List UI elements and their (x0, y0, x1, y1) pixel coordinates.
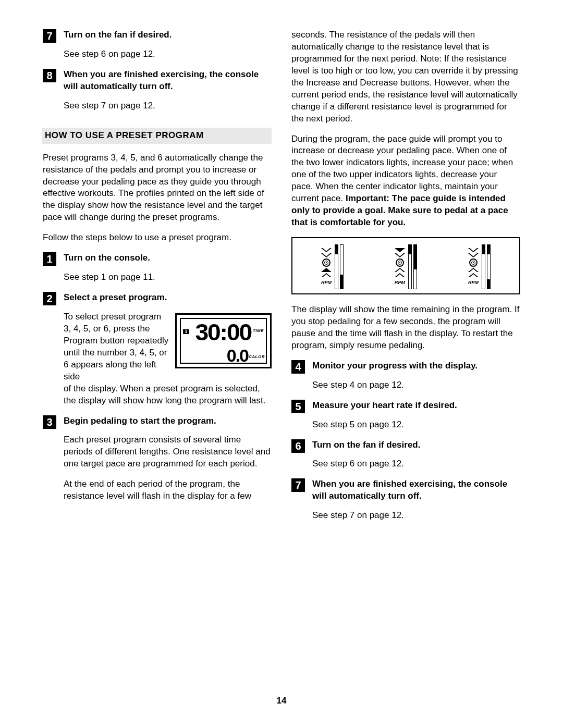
step-7-right: 7 When you are finished exercising, the … (291, 478, 520, 522)
lcd-calor-label: CALOR (249, 354, 265, 360)
up-arrow-icon (321, 273, 332, 277)
step-6: 6 Turn on the fan if desired. See step 6… (291, 439, 520, 471)
page-number: 14 (0, 695, 563, 707)
step-4-title: Monitor your progress with the display. (312, 360, 520, 372)
step-number-1: 1 (43, 252, 56, 266)
step-8-body: See step 7 on page 12. (64, 100, 272, 112)
step-2-body-2: of the display. When a preset program is… (64, 383, 272, 407)
pace-state-2: RPM (395, 244, 417, 289)
lcd-program-number: 3 (183, 329, 189, 334)
up-arrow-icon (468, 273, 479, 277)
step-8: 8 When you are finished exercising, the … (43, 69, 272, 112)
step-5-body: See step 5 on page 12. (312, 419, 520, 431)
rpm-label: RPM (321, 279, 332, 286)
two-column-layout: 7 Turn on the fan if desired. See step 6… (43, 29, 520, 530)
step-3: 3 Begin pedaling to start the program. E… (43, 415, 272, 503)
step-number-2: 2 (43, 292, 56, 305)
lcd-time-value: 30:00 (195, 317, 252, 348)
center-indicator-icon (396, 258, 404, 267)
bar-indicator (482, 244, 491, 289)
manual-page: 7 Turn on the fan if desired. See step 6… (0, 0, 563, 728)
up-arrow-icon (321, 268, 332, 272)
down-arrow-icon (321, 248, 332, 252)
down-arrow-icon (321, 253, 332, 257)
pace-state-3: RPM (468, 244, 491, 289)
intro-paragraph-1: Preset programs 3, 4, 5, and 6 automatic… (43, 152, 272, 224)
step-2-title: Select a preset program. (64, 292, 272, 304)
step-number-7: 7 (291, 478, 305, 492)
up-arrow-icon (468, 268, 479, 272)
center-indicator-icon (469, 258, 478, 267)
continuation-paragraph-1: seconds. The resistance of the pedals wi… (291, 29, 520, 125)
step-number-7: 7 (43, 29, 56, 43)
step-2: 2 Select a preset program. 3 30:00 TIME (43, 292, 272, 406)
step-5: 5 Measure your heart rate if desired. Se… (291, 400, 520, 431)
step-7-title: When you are finished exercising, the co… (312, 478, 520, 502)
step-1-body: See step 1 on page 11. (64, 272, 272, 283)
continuation-paragraph-3: The display will show the time remaining… (291, 304, 520, 352)
step-5-title: Measure your heart rate if desired. (312, 400, 520, 412)
step-1-title: Turn on the console. (64, 252, 272, 264)
step-7-body: See step 6 on page 12. (64, 48, 272, 60)
down-arrow-icon (395, 248, 405, 252)
intro-paragraph-2: Follow the steps below to use a preset p… (43, 232, 272, 244)
section-heading-preset: HOW TO USE A PRESET PROGRAM (42, 128, 272, 144)
rpm-label: RPM (395, 279, 405, 286)
step-6-body: See step 6 on page 12. (312, 458, 520, 470)
step-4-body: See step 4 on page 12. (312, 379, 520, 391)
center-indicator-icon (322, 258, 331, 267)
right-column: seconds. The resistance of the pedals wi… (291, 29, 520, 530)
step-number-5: 5 (291, 400, 305, 413)
down-arrow-icon (468, 253, 479, 257)
lcd-calor-value: 0.0 (227, 344, 248, 368)
step-3-title: Begin pedaling to start the program. (64, 415, 272, 427)
up-arrow-icon (395, 273, 405, 277)
step-6-title: Turn on the fan if desired. (312, 439, 520, 451)
left-column: 7 Turn on the fan if desired. See step 6… (43, 29, 272, 530)
lcd-illustration: 3 30:00 TIME 0.0 CALOR (175, 313, 272, 368)
step-4: 4 Monitor your progress with the display… (291, 360, 520, 391)
pace-guide-illustration: RPM (291, 237, 520, 294)
lcd-time-label: TIME (253, 328, 264, 334)
step-3-body-1: Each preset program consists of several … (64, 434, 272, 470)
step-7-body: See step 7 on page 12. (312, 510, 520, 522)
pace-state-1: RPM (321, 244, 344, 289)
step-7-title: Turn on the fan if desired. (64, 29, 272, 41)
bar-indicator (335, 244, 344, 289)
continuation-paragraph-2: During the program, the pace guide will … (291, 133, 520, 229)
step-number-3: 3 (43, 415, 56, 429)
rpm-label: RPM (468, 279, 479, 286)
step-number-6: 6 (291, 439, 305, 453)
step-3-body-2: At the end of each period of the program… (64, 478, 272, 502)
down-arrow-icon (395, 253, 405, 257)
step-8-title: When you are finished exercising, the co… (64, 69, 272, 93)
step-7: 7 Turn on the fan if desired. See step 6… (43, 29, 272, 60)
step-1: 1 Turn on the console. See step 1 on pag… (43, 252, 272, 283)
down-arrow-icon (468, 248, 479, 252)
step-number-4: 4 (291, 360, 305, 374)
bar-indicator (408, 244, 417, 289)
step-number-8: 8 (43, 69, 56, 82)
up-arrow-icon (395, 268, 405, 272)
